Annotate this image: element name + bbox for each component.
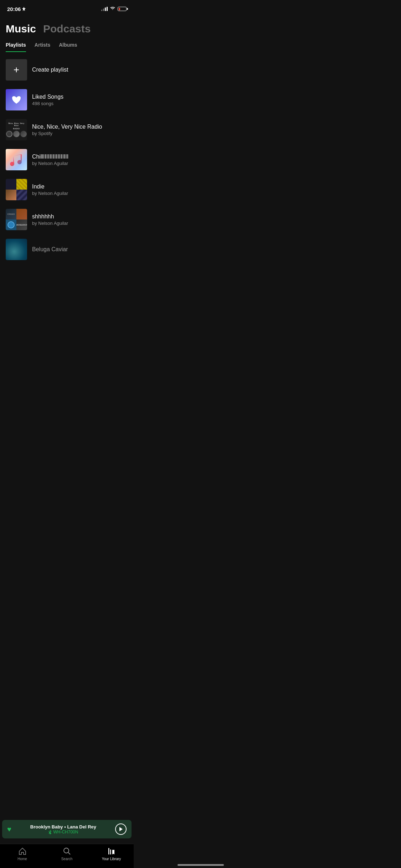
status-icons <box>101 6 127 12</box>
plus-icon: + <box>14 65 19 75</box>
status-time: 20:06 <box>7 6 26 12</box>
list-item[interactable]: Nice, Nice, Very Nice RADIO Nice, Nice, … <box>0 115 134 145</box>
heart-icon <box>11 95 22 104</box>
main-tabs: Music Podcasts <box>6 23 128 35</box>
playlist-subtitle: by Nelson Aguilar <box>32 161 128 166</box>
playlist-subtitle: by Nelson Aguilar <box>32 191 128 196</box>
playlist-subtitle: by Spotify <box>32 131 128 136</box>
playlist-list: + Create playlist Liked Songs 498 songs <box>0 52 134 267</box>
subtab-playlists[interactable]: Playlists <box>6 42 26 52</box>
playlist-name: Nice, Nice, Very Nice Radio <box>32 124 128 130</box>
playlist-name: Create playlist <box>32 67 128 73</box>
tab-music[interactable]: Music <box>6 23 36 35</box>
playlist-name: Liked Songs <box>32 94 128 100</box>
indie-thumb <box>6 179 27 200</box>
chill-thumb <box>6 149 27 170</box>
playlist-info: Create playlist <box>32 67 128 73</box>
create-playlist-thumb: + <box>6 59 27 81</box>
list-item[interactable]: + Create playlist <box>0 55 134 85</box>
sub-tabs: Playlists Artists Albums <box>6 42 128 52</box>
status-bar: 20:06 <box>0 0 134 16</box>
playlist-name: Indie <box>32 184 128 190</box>
wifi-icon <box>110 6 115 12</box>
list-item[interactable]: Indie by Nelson Aguilar <box>0 175 134 205</box>
playlist-name: ChillIIIIIIIIIIIIIIII <box>32 154 128 160</box>
shhhhhh-thumb: CREED NICKELBACK <box>6 209 27 230</box>
radio-thumb: Nice, Nice, Very Nice RADIO <box>6 119 27 140</box>
playlist-subtitle: by Nelson Aguilar <box>32 221 128 226</box>
playlist-info: Indie by Nelson Aguilar <box>32 184 128 196</box>
playlist-info: Nice, Nice, Very Nice Radio by Spotify <box>32 124 128 136</box>
beluga-thumb <box>6 239 27 260</box>
tab-podcasts[interactable]: Podcasts <box>43 23 91 35</box>
subtab-artists[interactable]: Artists <box>35 42 50 52</box>
header: Music Podcasts Playlists Artists Albums <box>0 16 134 52</box>
liked-songs-thumb <box>6 89 27 110</box>
list-item[interactable]: Beluga Caviar <box>0 234 134 264</box>
time-display: 20:06 <box>7 6 21 12</box>
playlist-info: shhhhhh by Nelson Aguilar <box>32 213 128 226</box>
playlist-name: Beluga Caviar <box>32 246 128 253</box>
playlist-info: Liked Songs 498 songs <box>32 94 128 106</box>
subtab-albums[interactable]: Albums <box>59 42 77 52</box>
playlist-name: shhhhhh <box>32 213 128 220</box>
list-item[interactable]: CREED NICKELBACK shhhhhh by Nelson Aguil… <box>0 205 134 234</box>
playlist-subtitle: 498 songs <box>32 101 128 106</box>
playlist-info: Beluga Caviar <box>32 246 128 253</box>
playlist-info: ChillIIIIIIIIIIIIIIII by Nelson Aguilar <box>32 154 128 166</box>
location-icon <box>22 7 26 11</box>
list-item[interactable]: ChillIIIIIIIIIIIIIIII by Nelson Aguilar <box>0 145 134 175</box>
list-item[interactable]: Liked Songs 498 songs <box>0 85 134 115</box>
music-note-icon <box>10 153 23 167</box>
signal-icon <box>101 7 108 11</box>
battery-icon <box>118 7 127 11</box>
main-content: Music Podcasts Playlists Artists Albums … <box>0 16 134 324</box>
